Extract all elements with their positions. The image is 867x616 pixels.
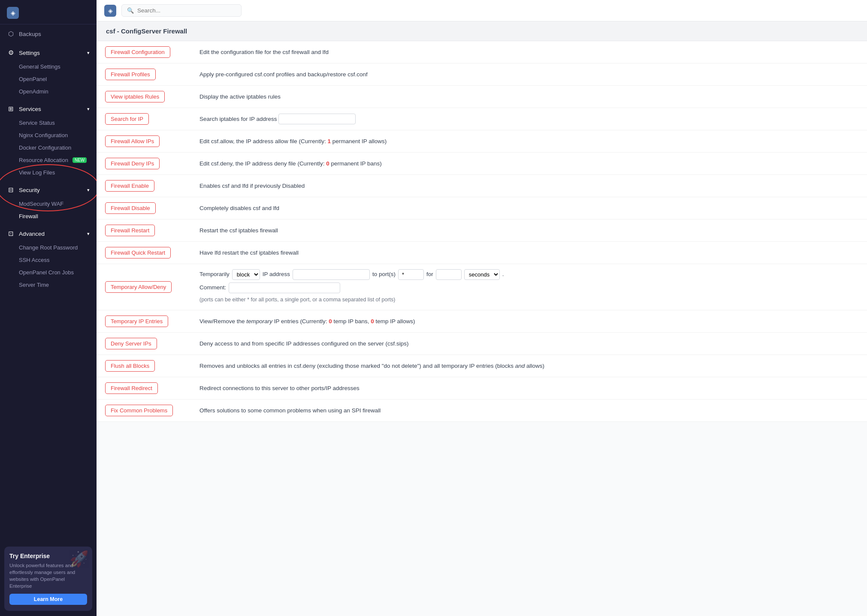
firewall-profiles-desc: Apply pre-configured csf.conf profiles a…: [191, 63, 867, 86]
fix-common-problems-button[interactable]: Fix Common Problems: [105, 405, 173, 416]
view-log-files-label: View Log Files: [19, 169, 55, 176]
firewall-table: Firewall Configuration Edit the configur…: [97, 41, 867, 422]
sidebar-item-modsecurity-waf[interactable]: ModSecurity WAF: [0, 198, 97, 210]
table-row: Temporary Allow/Deny Temporarily block a…: [97, 264, 867, 310]
period-dot: .: [502, 269, 504, 279]
sidebar-section-security: ⊟ Security ▾ ModSecurity WAF Firewall: [0, 180, 97, 224]
modsecurity-waf-label: ModSecurity WAF: [19, 201, 63, 207]
sidebar-settings-label: Settings: [19, 50, 40, 56]
table-row: Firewall Profiles Apply pre-configured c…: [97, 63, 867, 86]
view-iptables-rules-button[interactable]: View iptables Rules: [105, 91, 165, 102]
sidebar-item-services[interactable]: ⊞ Services ▾: [0, 101, 97, 117]
ip-address-input[interactable]: [293, 269, 370, 280]
sidebar-item-change-root-password[interactable]: Change Root Password: [0, 241, 97, 254]
openadmin-label: OpenAdmin: [19, 88, 48, 95]
table-row: Firewall Deny IPs Edit csf.deny, the IP …: [97, 153, 867, 175]
resource-allocation-label: Resource Allocation: [19, 157, 68, 163]
security-chevron: ▾: [87, 187, 90, 193]
search-box: 🔍: [121, 4, 242, 17]
search-ip-input[interactable]: [278, 114, 356, 124]
openpanel-label: OpenPanel: [19, 76, 47, 82]
table-row: Search for IP Search iptables for IP add…: [97, 108, 867, 130]
sidebar-item-docker-config[interactable]: Docker Configuration: [0, 141, 97, 154]
sidebar-item-openadmin[interactable]: OpenAdmin: [0, 85, 97, 98]
topbar: ◈ 🔍: [97, 0, 867, 21]
security-icon: ⊟: [7, 186, 15, 194]
firewall-configuration-button[interactable]: Firewall Configuration: [105, 46, 170, 58]
fix-common-problems-desc: Offers solutions to some common problems…: [191, 399, 867, 421]
firewall-enable-button[interactable]: Firewall Enable: [105, 180, 154, 192]
sidebar-advanced-label: Advanced: [19, 231, 45, 237]
firewall-disable-button[interactable]: Firewall Disable: [105, 202, 156, 214]
temporary-ip-entries-desc: View/Remove the temporary IP entries (Cu…: [191, 310, 867, 332]
enterprise-box: 🚀 Try Enterprise Unlock powerful feature…: [4, 547, 92, 611]
firewall-quick-restart-button[interactable]: Firewall Quick Restart: [105, 247, 171, 258]
services-chevron: ▾: [87, 106, 90, 112]
firewall-enable-desc: Enables csf and lfd if previously Disabl…: [191, 175, 867, 197]
firewall-restart-button[interactable]: Firewall Restart: [105, 225, 155, 236]
sidebar-item-settings[interactable]: ⚙ Settings ▾: [0, 45, 97, 60]
sidebar-item-openpanel-cron-jobs[interactable]: OpenPanel Cron Jobs: [0, 266, 97, 279]
block-allow-select[interactable]: block allow: [232, 269, 260, 280]
sidebar-item-security[interactable]: ⊟ Security ▾: [0, 182, 97, 198]
table-row: Deny Server IPs Deny access to and from …: [97, 332, 867, 355]
firewall-redirect-desc: Redirect connections to this server to o…: [191, 377, 867, 399]
sidebar-item-ssh-access[interactable]: SSH Access: [0, 254, 97, 266]
sidebar-section-backups: ⬡ Backups: [0, 24, 97, 43]
sidebar-item-nginx-config[interactable]: Nginx Configuration: [0, 129, 97, 141]
sidebar-item-resource-allocation[interactable]: Resource Allocation NEW: [0, 154, 97, 166]
new-badge: NEW: [73, 157, 87, 163]
general-settings-label: General Settings: [19, 63, 60, 70]
comment-input[interactable]: [229, 282, 340, 293]
table-row: Firewall Redirect Redirect connections t…: [97, 377, 867, 399]
to-ports-label: to port(s): [372, 269, 396, 279]
temporary-ip-entries-button[interactable]: Temporary IP Entries: [105, 316, 168, 327]
flush-all-blocks-button[interactable]: Flush all Blocks: [105, 360, 155, 372]
time-unit-select[interactable]: seconds minutes hours: [464, 269, 500, 280]
firewall-allow-ips-button[interactable]: Firewall Allow IPs: [105, 135, 160, 147]
learn-more-button[interactable]: Learn More: [9, 594, 87, 605]
table-row: Firewall Configuration Edit the configur…: [97, 41, 867, 63]
sidebar-item-openpanel[interactable]: OpenPanel: [0, 73, 97, 85]
openpanel-cron-jobs-label: OpenPanel Cron Jobs: [19, 269, 74, 276]
backups-icon: ⬡: [7, 30, 15, 38]
sidebar-security-label: Security: [19, 187, 40, 193]
firewall-deny-ips-button[interactable]: Firewall Deny IPs: [105, 158, 160, 169]
sidebar-item-backups[interactable]: ⬡ Backups: [0, 26, 97, 42]
temporary-allow-deny-button[interactable]: Temporary Allow/Deny: [105, 281, 172, 293]
search-input[interactable]: [137, 7, 236, 14]
ports-input[interactable]: [398, 269, 424, 280]
firewall-redirect-button[interactable]: Firewall Redirect: [105, 382, 158, 394]
sidebar-item-general-settings[interactable]: General Settings: [0, 60, 97, 73]
sidebar-item-view-log-files[interactable]: View Log Files: [0, 166, 97, 179]
topbar-logo: ◈: [104, 5, 116, 17]
table-row: View iptables Rules Display the active i…: [97, 86, 867, 108]
docker-config-label: Docker Configuration: [19, 144, 71, 151]
settings-icon: ⚙: [7, 49, 15, 57]
sidebar-item-advanced[interactable]: ⊡ Advanced ▾: [0, 226, 97, 241]
deny-server-ips-button[interactable]: Deny Server IPs: [105, 338, 157, 349]
temp-allow-note: (ports can be either * for all ports, a …: [199, 295, 858, 305]
sidebar-item-firewall[interactable]: Firewall: [0, 210, 97, 222]
duration-input[interactable]: [436, 269, 462, 280]
sidebar-section-services: ⊞ Services ▾ Service Status Nginx Config…: [0, 99, 97, 180]
search-for-ip-button[interactable]: Search for IP: [105, 113, 149, 125]
flush-all-blocks-desc: Removes and unblocks all entries in csf.…: [191, 355, 867, 377]
sidebar-item-service-status[interactable]: Service Status: [0, 117, 97, 129]
page-header: csf - ConfigServer Firewall: [97, 21, 867, 41]
ip-address-label: IP address: [263, 269, 290, 279]
table-row: Flush all Blocks Removes and unblocks al…: [97, 355, 867, 377]
firewall-quick-restart-desc: Have lfd restart the csf iptables firewa…: [191, 242, 867, 264]
deny-ips-count: 0: [326, 160, 329, 167]
search-ip-label: Search iptables for IP address: [199, 116, 278, 122]
firewall-profiles-button[interactable]: Firewall Profiles: [105, 69, 156, 80]
sidebar-section-settings: ⚙ Settings ▾ General Settings OpenPanel …: [0, 43, 97, 99]
server-time-label: Server Time: [19, 282, 49, 288]
search-icon: 🔍: [127, 7, 134, 14]
sidebar-item-server-time[interactable]: Server Time: [0, 279, 97, 291]
firewall-disable-desc: Completely disables csf and lfd: [191, 197, 867, 219]
sidebar: ◈ ⬡ Backups ⚙ Settings ▾ General Setting…: [0, 0, 97, 616]
service-status-label: Service Status: [19, 120, 55, 126]
table-row: Firewall Restart Restart the csf iptable…: [97, 219, 867, 242]
temp-allow-row2: Comment:: [199, 282, 858, 293]
